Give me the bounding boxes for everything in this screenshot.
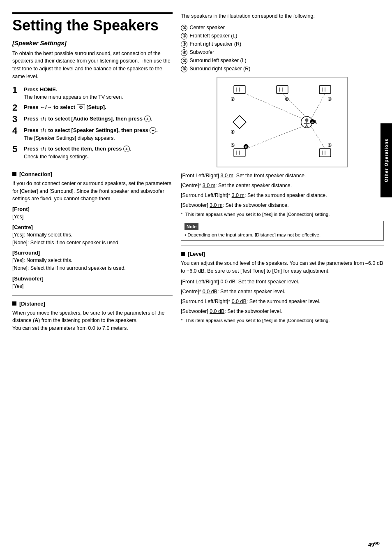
note-text: • Depending on the input stream, [Distan…: [184, 232, 380, 238]
step-title-1: Press HOME.: [24, 86, 173, 93]
speaker-diagram: ② ① ③: [217, 77, 348, 167]
black-square-icon-2: [12, 301, 16, 306]
speaker-item-3: ③ Front right speaker (R): [181, 40, 384, 48]
level-centre: [Centre]* 0.0 dB: Set the center speaker…: [181, 287, 384, 296]
page-title: Setting the Speakers: [12, 12, 173, 34]
intro-text: To obtain the best possible surround sou…: [12, 50, 173, 81]
distance-body: When you move the speakers, be sure to s…: [12, 309, 173, 332]
page: Setting the Speakers [Speaker Settings] …: [0, 0, 392, 556]
level-body: You can adjust the sound level of the sp…: [181, 259, 384, 275]
svg-text:⑤: ⑤: [231, 143, 235, 148]
level-front: [Front Left/Right] 0.0 dB: Set the front…: [181, 278, 384, 286]
step-number-4: 4: [12, 126, 24, 135]
page-subtitle: [Speaker Settings]: [12, 39, 173, 46]
svg-text:③: ③: [327, 97, 332, 102]
step-content-3: Press ↑/↓ to select [Audio Settings], th…: [24, 116, 173, 123]
note-label: Note: [184, 223, 198, 230]
svg-text:②: ②: [231, 97, 235, 102]
speaker-item-5: ⑤ Surround left speaker (L): [181, 56, 384, 65]
step-1: 1 Press HOME. The home menu appears on t…: [12, 86, 173, 101]
level-asterisk-note: * This item appears when you set it to […: [181, 317, 384, 324]
speaker-item-2: ② Front left speaker (L): [181, 32, 384, 40]
black-square-icon-3: [181, 252, 185, 256]
level-heading: [Level]: [181, 251, 384, 257]
speaker-num-4: ④: [181, 49, 187, 56]
speaker-num-5: ⑤: [181, 58, 187, 64]
step-content-1: Press HOME. The home menu appears on the…: [24, 86, 173, 101]
page-number: 49GB: [368, 541, 380, 548]
step-5: 5 Press ↑/↓ to select the item, then pre…: [12, 146, 173, 161]
speaker-list: ① Center speaker ② Front left speaker (L…: [181, 23, 384, 73]
speaker-item-6: ⑥ Surround right speaker (R): [181, 65, 384, 73]
step-body-1: The home menu appears on the TV screen.: [24, 93, 173, 101]
svg-point-16: [305, 118, 308, 122]
surround-heading: [Surround]: [12, 250, 173, 256]
centre-heading: [Centre]: [12, 224, 173, 230]
right-intro-text: The speakers in the illustration corresp…: [181, 12, 384, 20]
step-content-2: Press ←/→ to select ⚙ [Setup].: [24, 104, 173, 111]
step-body-5: Check the following settings.: [24, 153, 173, 161]
right-column: The speakers in the illustration corresp…: [181, 12, 384, 544]
subwoofer-value: [Yes]: [12, 283, 173, 290]
step-number-1: 1: [12, 86, 24, 95]
svg-text:A: A: [311, 120, 314, 124]
step-number-3: 3: [12, 115, 24, 124]
front-value: [Yes]: [12, 213, 173, 221]
step-title-5: Press ↑/↓ to select the item, then press…: [24, 146, 173, 152]
distance-asterisk-note: * This item appears when you set it to […: [181, 211, 384, 218]
centre-value: [Yes]: Normally select this.[None]: Sele…: [12, 231, 173, 247]
speaker-num-2: ②: [181, 33, 187, 39]
divider-1: [12, 166, 173, 166]
distance-surround: [Surround Left/Right]* 3.0 m: Set the su…: [181, 191, 384, 199]
left-column: Setting the Speakers [Speaker Settings] …: [12, 12, 173, 544]
level-subwoofer: [Subwoofer] 0.0 dB: Set the subwoofer le…: [181, 307, 384, 315]
distance-heading: [Distance]: [12, 301, 173, 307]
front-heading: [Front]: [12, 206, 173, 212]
divider-right: [181, 246, 384, 246]
divider-2: [12, 295, 173, 296]
speaker-num-3: ③: [181, 41, 187, 48]
step-content-4: Press ↑/↓ to select [Speaker Settings], …: [24, 127, 173, 142]
note-box: Note • Depending on the input stream, [D…: [181, 221, 384, 241]
speaker-num-1: ①: [181, 25, 187, 31]
main-content: Setting the Speakers [Speaker Settings] …: [12, 12, 384, 544]
connection-body: If you do not connect center or surround…: [12, 180, 173, 203]
svg-text:⑥: ⑥: [327, 143, 332, 148]
subwoofer-heading: [Subwoofer]: [12, 276, 173, 282]
step-number-5: 5: [12, 145, 24, 154]
step-title-2: Press ←/→ to select ⚙ [Setup].: [24, 104, 173, 110]
step-body-4: The [Speaker Settings] display appears.: [24, 134, 173, 142]
step-3: 3 Press ↑/↓ to select [Audio Settings], …: [12, 116, 173, 124]
connection-heading: [Connection]: [12, 171, 173, 177]
distance-centre: [Centre]* 3.0 m: Set the center speaker …: [181, 181, 384, 190]
black-square-icon: [12, 172, 16, 176]
step-2: 2 Press ←/→ to select ⚙ [Setup].: [12, 104, 173, 112]
step-content-5: Press ↑/↓ to select the item, then press…: [24, 146, 173, 161]
svg-text:④: ④: [231, 129, 235, 134]
speaker-num-6: ⑥: [181, 66, 187, 72]
level-surround: [Surround Left/Right]* 0.0 dB: Set the s…: [181, 297, 384, 306]
diagram-svg: ② ① ③: [217, 77, 348, 167]
step-title-3: Press ↑/↓ to select [Audio Settings], th…: [24, 116, 173, 122]
step-number-2: 2: [12, 103, 24, 112]
step-title-4: Press ↑/↓ to select [Speaker Settings], …: [24, 127, 173, 134]
svg-text:①: ①: [285, 97, 289, 102]
distance-front: [Front Left/Right] 3.0 m: Set the front …: [181, 171, 384, 180]
step-4: 4 Press ↑/↓ to select [Speaker Settings]…: [12, 127, 173, 142]
side-tab: Other Operations: [380, 123, 392, 197]
speaker-item-4: ④ Subwoofer: [181, 48, 384, 56]
surround-value: [Yes]: Normally select this.[None]: Sele…: [12, 257, 173, 272]
speaker-item-1: ① Center speaker: [181, 23, 384, 32]
distance-subwoofer: [Subwoofer] 3.0 m: Set the subwoofer dis…: [181, 201, 384, 209]
